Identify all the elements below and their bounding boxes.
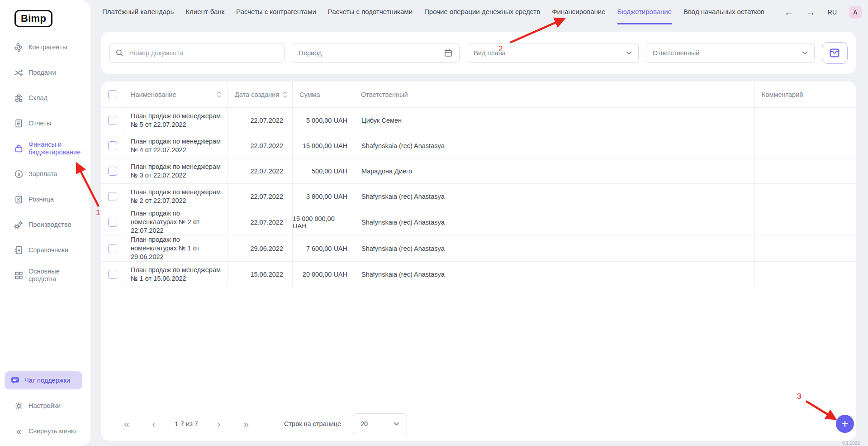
column-header-label: Сумма <box>299 91 320 98</box>
sidebar-item-reports[interactable]: Отчеты <box>0 110 90 136</box>
cell-responsible: Shafynskaia (rec) Anastasya <box>354 133 754 158</box>
prev-page-button[interactable]: ‹ <box>140 418 167 429</box>
plans-table: Наименование Дата создания Сумма Ответст… <box>101 82 856 441</box>
support-chat-button[interactable]: Чат поддержки <box>5 371 82 389</box>
sidebar-item-sales[interactable]: Продажи <box>0 60 90 85</box>
cell-amount: 5 000,00 UAH <box>292 108 354 133</box>
collapse-menu-button[interactable]: « Свернуть меню <box>0 422 76 440</box>
table-row[interactable]: План продаж по менеджерам № 2 от 22.07.2… <box>101 184 856 209</box>
period-field[interactable]: Период <box>292 43 460 63</box>
sidebar-item-production[interactable]: Производство <box>0 212 90 237</box>
svg-text:$: $ <box>18 171 20 176</box>
row-checkbox[interactable] <box>108 167 117 176</box>
svg-text:A: A <box>18 248 21 252</box>
next-page-button[interactable]: › <box>205 418 232 429</box>
cell-comment <box>754 184 856 209</box>
sidebar-item-label: Отчеты <box>28 120 85 127</box>
row-checkbox[interactable] <box>108 244 117 253</box>
archive-button[interactable] <box>822 42 848 64</box>
row-checkbox[interactable] <box>108 141 117 150</box>
add-plan-button[interactable]: + <box>836 415 854 433</box>
first-page-button[interactable]: « <box>113 418 140 429</box>
cell-created: 22.07.2022 <box>227 209 292 235</box>
row-checkbox[interactable] <box>108 218 117 227</box>
table-row[interactable]: План продаж по менеджерам № 5 от 22.07.2… <box>101 108 856 133</box>
rows-per-page-label: Строк на странице <box>284 420 341 427</box>
column-header-label: Ответственный <box>361 91 408 98</box>
sidebar: Bimp Контрагенты Продажи Склад Отчеты Фи… <box>0 0 90 446</box>
cell-name: План продаж по менеджерам № 1 от 15.06.2… <box>124 262 227 287</box>
sort-icon[interactable] <box>217 91 222 98</box>
document-number-search[interactable] <box>109 43 285 63</box>
plan-type-placeholder: Вид плана <box>474 49 506 57</box>
forward-arrow-icon[interactable]: → <box>806 7 816 18</box>
table-row[interactable]: План продаж по менеджерам № 3 от 22.07.2… <box>101 158 856 184</box>
tab-financing[interactable]: Финансирование <box>552 0 605 24</box>
last-page-button[interactable]: » <box>232 418 260 429</box>
column-header-label: Наименование <box>131 91 176 98</box>
tab-opening-balances[interactable]: Ввод начальных остатков <box>683 0 764 24</box>
sidebar-item-salary[interactable]: $ Зарплата <box>0 161 90 187</box>
cell-comment <box>754 209 856 235</box>
tab-contractor-settlements[interactable]: Расчеты с контрагентами <box>236 0 316 24</box>
cell-comment <box>754 158 856 184</box>
sidebar-item-fixed-assets[interactable]: Основные средства <box>0 263 90 288</box>
gears-icon <box>14 220 24 230</box>
row-checkbox-cell <box>101 209 124 235</box>
table-row[interactable]: План продаж по менеджерам № 1 от 15.06.2… <box>101 262 856 287</box>
top-tab-bar: Платёжный календарь Клиент-банк Расчеты … <box>90 0 868 24</box>
table-row[interactable]: План продаж по номенклатурах № 2 от 22.0… <box>101 209 856 235</box>
sidebar-item-label: Финансы и бюджетирование <box>28 141 85 156</box>
sort-icon[interactable] <box>283 91 288 98</box>
archive-icon <box>829 47 840 59</box>
avatar[interactable]: A <box>849 6 862 19</box>
cell-amount: 500,00 UAH <box>292 158 354 184</box>
chevron-down-icon <box>802 51 808 55</box>
settings-label: Настройки <box>28 402 61 409</box>
sidebar-item-directories[interactable]: A Справочники <box>0 237 90 263</box>
language-switcher[interactable]: RU <box>828 9 837 16</box>
settings-button[interactable]: Настройки <box>0 397 61 415</box>
row-checkbox[interactable] <box>108 270 117 279</box>
table-row[interactable]: План продаж по номенклатурах № 1 от 29.0… <box>101 235 856 262</box>
report-icon <box>14 119 24 128</box>
select-all-checkbox[interactable] <box>108 90 117 99</box>
grid-icon <box>14 271 24 280</box>
cell-name: План продаж по номенклатурах № 2 от 22.0… <box>124 209 227 235</box>
cell-created: 22.07.2022 <box>227 133 292 158</box>
tab-client-bank[interactable]: Клиент-банк <box>185 0 224 24</box>
tab-other-cash-operations[interactable]: Прочие операции денежных средств <box>424 0 540 24</box>
sidebar-item-label: Розница <box>28 196 85 203</box>
sidebar-item-finance[interactable]: Финансы и бюджетирование <box>0 136 90 161</box>
row-checkbox[interactable] <box>108 192 117 201</box>
tab-payment-calendar[interactable]: Платёжный календарь <box>102 0 174 24</box>
cell-responsible: Марадона Диего <box>354 158 754 184</box>
row-checkbox-cell <box>101 108 124 133</box>
pagination: « ‹ 1-7 из 7 › » Строк на странице 20 <box>101 413 407 434</box>
calendar-icon <box>444 48 453 58</box>
row-checkbox[interactable] <box>108 116 117 125</box>
tab-budgeting[interactable]: Бюджетирование <box>617 0 672 24</box>
sidebar-item-contractors[interactable]: Контрагенты <box>0 34 90 60</box>
sidebar-item-warehouse[interactable]: Склад <box>0 85 90 110</box>
cell-comment <box>754 235 856 262</box>
table-row[interactable]: План продаж по менеджерам № 4 от 22.07.2… <box>101 133 856 158</box>
tab-accountable-settlements[interactable]: Расчеты с подотчетниками <box>328 0 413 24</box>
sidebar-item-retail[interactable]: Розница <box>0 187 90 212</box>
dollar-icon: $ <box>14 169 24 179</box>
cell-created: 22.07.2022 <box>227 158 292 184</box>
page-size-select[interactable]: 20 <box>353 413 407 434</box>
cell-responsible: Shafynskaia (rec) Anastasya <box>354 184 754 209</box>
responsible-select[interactable]: Ответственный <box>646 43 815 63</box>
search-input[interactable] <box>128 49 279 57</box>
plan-type-select[interactable]: Вид плана <box>467 43 639 63</box>
annotation-label-1: 1 <box>96 208 100 217</box>
sidebar-item-label: Склад <box>28 94 85 102</box>
table-header: Наименование Дата создания Сумма Ответст… <box>101 82 856 108</box>
gear-icon <box>14 401 24 411</box>
cell-name: План продаж по номенклатурах № 1 от 29.0… <box>124 235 227 262</box>
back-arrow-icon[interactable]: ← <box>784 7 794 18</box>
column-header-name[interactable]: Наименование <box>124 82 227 108</box>
column-header-created[interactable]: Дата создания <box>227 82 292 108</box>
cell-name: План продаж по менеджерам № 3 от 22.07.2… <box>124 158 227 184</box>
